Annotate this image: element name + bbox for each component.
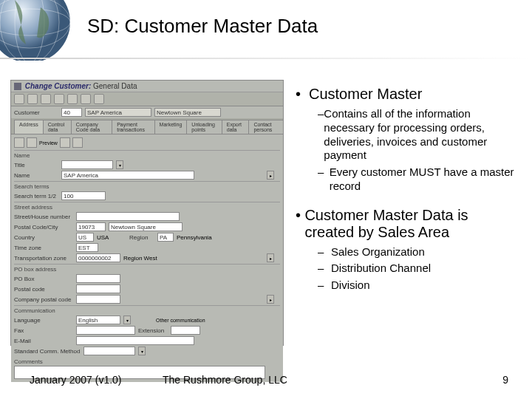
expand-icon[interactable]: ▸ (267, 253, 274, 262)
title-label: Title (14, 162, 58, 168)
transzone-name: Region West (123, 255, 157, 262)
bullet-text: Contains all of the information necessar… (324, 107, 520, 163)
bullet-level-2: – Division (318, 279, 520, 293)
section-search: Search terms Search term 1/2 100 (14, 181, 280, 201)
fax-field[interactable] (76, 326, 135, 335)
sap-toolbar (11, 92, 283, 106)
expand-icon[interactable]: ▸ (267, 171, 274, 180)
comments-label: Comments (14, 358, 280, 366)
company-postal-field[interactable] (76, 295, 120, 304)
tab-marketing[interactable]: Marketing (154, 120, 188, 134)
std-comm-label: Standard Comm. Method (14, 348, 81, 355)
section-header: Communication (14, 307, 280, 315)
dropdown-icon[interactable]: ▾ (123, 316, 131, 324)
toolbar-button[interactable] (94, 94, 104, 104)
country-code-field[interactable]: US (76, 233, 94, 242)
bullet-text: Customer Master Data is created by Sales… (304, 207, 520, 241)
footer-page-number: 9 (502, 374, 508, 386)
search-label: Search term 1/2 (14, 193, 58, 200)
name-field[interactable]: SAP America (61, 171, 194, 180)
tab-unloading[interactable]: Unloading points (186, 120, 222, 134)
section-header: PO box address (14, 265, 280, 273)
section-header: Search terms (14, 183, 280, 191)
street-label: Street/House number (14, 214, 73, 220)
expand-icon[interactable]: ▸ (267, 295, 274, 304)
lang-field[interactable]: English (76, 316, 120, 324)
tab-address[interactable]: Address (14, 120, 44, 134)
email-label: E-Mail (14, 338, 73, 344)
body-icon[interactable] (27, 137, 37, 148)
toolbar-button[interactable] (81, 94, 91, 104)
transzone-field[interactable]: 0000000002 (76, 253, 120, 262)
std-comm-field[interactable] (83, 347, 135, 355)
tz-field[interactable]: EST (76, 243, 98, 252)
postal-label: Postal Code/City (14, 224, 73, 231)
toolbar-button[interactable] (27, 94, 38, 104)
section-name: Name Title ▾ Name SAP America ▸ (14, 150, 280, 180)
bullet-level-2: – Every customer MUST have a master reco… (318, 166, 520, 194)
toolbar-button[interactable] (67, 94, 78, 104)
sap-screenshot: Change Customer: General Data Customer 4… (10, 80, 284, 346)
bullet-level-2: – Contains all of the information necess… (318, 107, 520, 163)
ext-label: Extension (138, 327, 168, 334)
tab-export[interactable]: Export data (222, 120, 250, 134)
region-name: Pennsylvania (177, 234, 212, 241)
region-label: Region (129, 234, 154, 241)
body-icon[interactable] (14, 137, 24, 148)
body-icon[interactable] (72, 137, 83, 148)
pobox-field[interactable] (76, 274, 120, 283)
dropdown-icon[interactable]: ▾ (138, 347, 146, 355)
title-field[interactable] (61, 160, 113, 169)
section-header: Name (14, 151, 280, 160)
email-field[interactable] (76, 336, 194, 345)
company-postal-label: Company postal code (14, 296, 73, 303)
bullet-dash-icon: – (318, 107, 324, 163)
other-comm-label: Other communication (156, 318, 205, 323)
customer-name-display: SAP America (85, 108, 151, 117)
bullet-level-1: • Customer Master (296, 86, 520, 103)
bullet-text: Division (331, 279, 370, 293)
toolbar-button[interactable] (41, 94, 51, 104)
bullet-dot-icon: • (296, 86, 309, 103)
street-field[interactable] (76, 212, 180, 221)
pobox-postal-field[interactable] (76, 284, 120, 293)
bullet-level-2: – Distribution Channel (318, 262, 520, 276)
globe-decoration (0, 0, 81, 61)
title-divider (0, 58, 532, 59)
bullet-text: Customer Master (309, 86, 422, 103)
sap-tab-body: Preview Name Title ▾ Name SAP America ▸ (11, 134, 283, 382)
bullet-text: Distribution Channel (331, 262, 431, 276)
section-header: Street address (14, 203, 280, 211)
customer-header-row: Customer 40 SAP America Newtown Square (11, 106, 283, 118)
bullet-level-2: – Sales Organization (318, 245, 520, 259)
city-field[interactable]: Newtown Square (109, 222, 183, 231)
country-name: USA (97, 234, 126, 241)
dropdown-icon[interactable]: ▾ (116, 160, 123, 169)
bullet-level-1: • Customer Master Data is created by Sal… (296, 207, 520, 241)
slide-footer: January 2007 (v1.0) The Rushmore Group, … (0, 374, 532, 386)
sap-body-toolbar: Preview (11, 136, 283, 149)
preview-label: Preview (39, 140, 58, 146)
footer-date: January 2007 (v1.0) (30, 374, 163, 386)
toolbar-button[interactable] (14, 94, 24, 104)
transzone-label: Transportation zone (14, 255, 73, 262)
body-icon[interactable] (60, 137, 70, 148)
region-code-field[interactable]: PA (157, 233, 174, 242)
bullet-dash-icon: – (318, 166, 330, 194)
search-field[interactable]: 100 (61, 191, 106, 200)
pobox-label: PO Box (14, 276, 73, 282)
toolbar-button[interactable] (54, 94, 64, 104)
lang-label: Language (14, 317, 73, 324)
customer-id-field[interactable]: 40 (61, 108, 82, 117)
tab-payment[interactable]: Payment transactions (112, 120, 154, 134)
footer-org: The Rushmore Group, LLC (163, 374, 384, 386)
tab-company-code[interactable]: Company Code data (71, 120, 112, 134)
tab-control-data[interactable]: Control data (43, 120, 72, 134)
sap-logo-icon (14, 83, 21, 90)
content-bullets: • Customer Master – Contains all of the … (296, 86, 520, 296)
tab-contact[interactable]: Contact persons (248, 120, 284, 134)
ext-field[interactable] (171, 326, 200, 335)
slide-title: SD: Customer Master Data (87, 15, 318, 38)
sap-window-title: Change Customer: General Data (11, 81, 283, 92)
postal-field[interactable]: 19073 (76, 222, 106, 231)
